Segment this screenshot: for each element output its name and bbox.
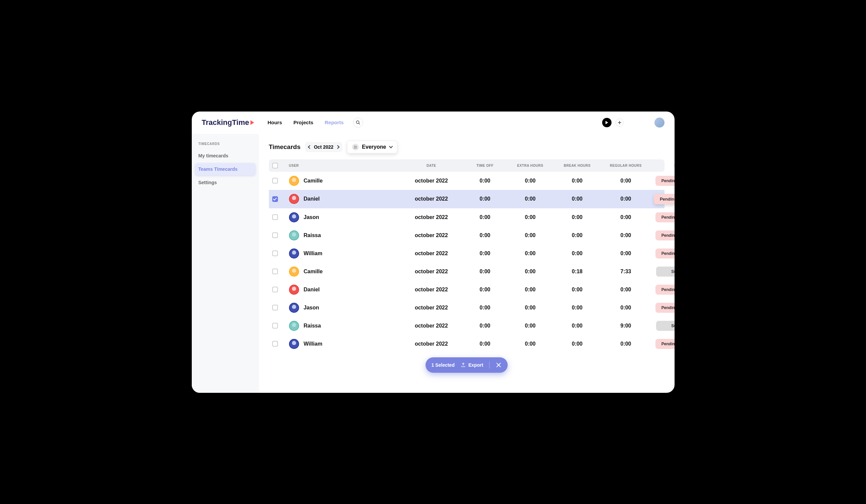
user-avatar bbox=[289, 249, 299, 259]
content: Timecards Oct 2022 Everyone bbox=[259, 134, 675, 393]
status-badge[interactable]: Pending submission bbox=[655, 249, 675, 259]
table-row[interactable]: Williamoctober 20220:000:000:000:00Pendi… bbox=[269, 244, 665, 263]
user-avatar bbox=[289, 266, 299, 277]
cell-time-off: 0:00 bbox=[463, 214, 507, 220]
cell-extra-hours: 0:00 bbox=[507, 178, 554, 184]
svg-line-1 bbox=[359, 123, 360, 124]
table-body: Camilleoctober 20220:000:000:000:00Pendi… bbox=[269, 172, 665, 353]
add-button[interactable] bbox=[615, 118, 624, 127]
row-checkbox[interactable] bbox=[272, 196, 278, 202]
export-icon bbox=[460, 362, 466, 367]
close-selection-button[interactable] bbox=[496, 362, 502, 368]
user-name: Camille bbox=[304, 178, 323, 184]
cell-break-hours: 0:00 bbox=[554, 232, 601, 238]
search-button[interactable] bbox=[353, 117, 363, 128]
status-badge[interactable]: Submitted bbox=[656, 266, 675, 277]
chevron-down-icon bbox=[389, 144, 392, 148]
logo-text: TrackingTime bbox=[202, 118, 249, 127]
row-checkbox[interactable] bbox=[272, 268, 278, 274]
status-badge[interactable]: Pending submission bbox=[655, 212, 675, 222]
cell-regular-hours: 9:00 bbox=[601, 323, 651, 329]
status-badge[interactable]: Pending submission bbox=[655, 303, 675, 313]
close-icon bbox=[496, 363, 501, 367]
cell-regular-hours: 0:00 bbox=[601, 305, 651, 311]
nav-hours[interactable]: Hours bbox=[268, 119, 282, 125]
user-avatar bbox=[289, 339, 299, 349]
table-row[interactable]: Danieloctober 20220:000:000:000:00Pendin… bbox=[269, 280, 665, 299]
table-row[interactable]: Raissaoctober 20220:000:000:000:00Pendin… bbox=[269, 226, 665, 244]
table-row[interactable]: Danieloctober 20220:000:000:000:00Pendin… bbox=[269, 190, 665, 208]
timecards-table: USER DATE TIME OFF EXTRA HOURS BREAK HOU… bbox=[269, 159, 665, 353]
cell-break-hours: 0:00 bbox=[554, 305, 601, 311]
user-name: Jason bbox=[304, 305, 319, 311]
status-badge[interactable]: Pending submission bbox=[655, 230, 675, 240]
cell-time-off: 0:00 bbox=[463, 251, 507, 256]
user-cell: Daniel bbox=[289, 194, 400, 204]
sidebar-item-settings[interactable]: Settings bbox=[195, 176, 255, 188]
cell-time-off: 0:00 bbox=[463, 232, 507, 238]
row-checkbox[interactable] bbox=[272, 323, 278, 329]
cell-regular-hours: 0:00 bbox=[601, 341, 651, 347]
table-row[interactable]: Raissaoctober 20220:000:000:009:00Submit… bbox=[269, 317, 665, 335]
selection-bar: 1 Selected Export bbox=[425, 357, 508, 373]
chevron-left-icon[interactable] bbox=[308, 145, 312, 149]
cell-regular-hours: 0:00 bbox=[601, 251, 651, 256]
cell-time-off: 0:00 bbox=[463, 305, 507, 311]
profile-avatar[interactable] bbox=[654, 117, 665, 128]
col-date: DATE bbox=[400, 164, 463, 168]
cell-regular-hours: 0:00 bbox=[601, 214, 651, 220]
status-badge[interactable]: Pending submission bbox=[654, 194, 675, 204]
topbar-right bbox=[602, 117, 665, 128]
status-badge[interactable]: Pending submission bbox=[655, 285, 675, 295]
row-checkbox[interactable] bbox=[272, 214, 278, 220]
user-name: William bbox=[304, 251, 323, 256]
cell-regular-hours: 0:00 bbox=[601, 196, 651, 202]
row-checkbox[interactable] bbox=[272, 178, 278, 184]
col-extra-hours: EXTRA HOURS bbox=[507, 164, 554, 168]
table-row[interactable]: Camilleoctober 20220:000:000:187:33Submi… bbox=[269, 263, 665, 280]
select-all-checkbox[interactable] bbox=[272, 163, 278, 169]
cell-time-off: 0:00 bbox=[463, 287, 507, 293]
row-checkbox[interactable] bbox=[272, 287, 278, 293]
cell-regular-hours: 0:00 bbox=[601, 232, 651, 238]
row-checkbox[interactable] bbox=[272, 251, 278, 256]
row-checkbox[interactable] bbox=[272, 305, 278, 310]
nav-projects[interactable]: Projects bbox=[293, 119, 313, 125]
cell-break-hours: 0:00 bbox=[554, 341, 601, 347]
status-badge[interactable]: Pending submission bbox=[655, 339, 675, 349]
cell-date: october 2022 bbox=[400, 178, 463, 184]
user-name: Raissa bbox=[304, 232, 321, 238]
table-row[interactable]: Jasonoctober 20220:000:000:000:00Pending… bbox=[269, 299, 665, 317]
cell-break-hours: 0:00 bbox=[554, 287, 601, 293]
status-badge[interactable]: Pending submission bbox=[655, 176, 675, 186]
user-cell: William bbox=[289, 339, 400, 349]
sidebar-item-teams-timecards[interactable]: Teams Timecards bbox=[195, 163, 255, 175]
export-button[interactable]: Export bbox=[460, 362, 483, 368]
sidebar: TIMECARDS My timecards Teams Timecards S… bbox=[192, 134, 259, 393]
sidebar-item-my-timecards[interactable]: My timecards bbox=[195, 150, 255, 162]
cell-regular-hours: 7:33 bbox=[601, 268, 651, 275]
col-time-off: TIME OFF bbox=[463, 164, 507, 168]
row-checkbox[interactable] bbox=[272, 232, 278, 238]
group-selector[interactable]: Everyone bbox=[347, 141, 397, 153]
table-row[interactable]: Williamoctober 20220:000:000:000:00Pendi… bbox=[269, 335, 665, 353]
play-button[interactable] bbox=[602, 118, 612, 127]
chevron-right-icon[interactable] bbox=[336, 145, 339, 149]
row-checkbox[interactable] bbox=[272, 341, 278, 347]
cell-break-hours: 0:00 bbox=[554, 214, 601, 220]
cell-date: october 2022 bbox=[400, 214, 463, 220]
cell-date: october 2022 bbox=[400, 305, 463, 311]
month-selector[interactable]: Oct 2022 bbox=[305, 142, 342, 152]
cell-date: october 2022 bbox=[400, 196, 463, 202]
cell-extra-hours: 0:00 bbox=[507, 341, 554, 347]
page-title: Timecards bbox=[269, 143, 301, 151]
table-row[interactable]: Jasonoctober 20220:000:000:000:00Pending… bbox=[269, 208, 665, 226]
status-badge[interactable]: Submitted bbox=[656, 321, 675, 331]
topbar: TrackingTime Hours Projects Reports bbox=[192, 112, 675, 134]
svg-point-6 bbox=[356, 146, 357, 147]
logo[interactable]: TrackingTime bbox=[202, 118, 254, 127]
cell-time-off: 0:00 bbox=[463, 323, 507, 329]
nav-reports[interactable]: Reports bbox=[324, 119, 344, 125]
table-row[interactable]: Camilleoctober 20220:000:000:000:00Pendi… bbox=[269, 172, 665, 190]
table-header: USER DATE TIME OFF EXTRA HOURS BREAK HOU… bbox=[269, 159, 665, 172]
